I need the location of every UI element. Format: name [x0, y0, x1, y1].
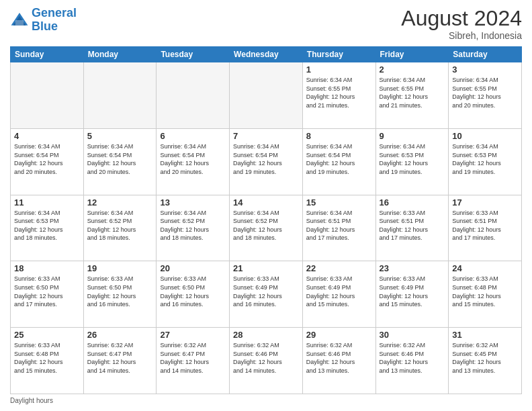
calendar-cell: 5Sunrise: 6:34 AM Sunset: 6:54 PM Daylig… — [83, 128, 157, 195]
cell-info: Sunrise: 6:34 AM Sunset: 6:54 PM Dayligh… — [306, 142, 372, 176]
day-number: 12 — [87, 197, 153, 208]
calendar-week-row: 18Sunrise: 6:33 AM Sunset: 6:50 PM Dayli… — [11, 261, 522, 328]
page: General Blue August 2024 Sibreh, Indones… — [0, 0, 532, 411]
calendar-cell: 3Sunrise: 6:34 AM Sunset: 6:55 PM Daylig… — [449, 62, 522, 129]
calendar-cell: 16Sunrise: 6:33 AM Sunset: 6:51 PM Dayli… — [375, 195, 449, 261]
cell-info: Sunrise: 6:34 AM Sunset: 6:51 PM Dayligh… — [306, 209, 372, 242]
cell-info: Sunrise: 6:34 AM Sunset: 6:55 PM Dayligh… — [306, 76, 372, 109]
calendar-weekday-wednesday: Wednesday — [230, 47, 303, 62]
day-number: 16 — [380, 197, 445, 208]
cell-info: Sunrise: 6:32 AM Sunset: 6:47 PM Dayligh… — [87, 341, 153, 375]
day-number: 22 — [306, 263, 372, 273]
cell-info: Sunrise: 6:33 AM Sunset: 6:48 PM Dayligh… — [452, 275, 518, 308]
day-number: 10 — [452, 131, 518, 141]
day-number: 17 — [452, 197, 518, 208]
calendar-cell: 18Sunrise: 6:33 AM Sunset: 6:50 PM Dayli… — [11, 261, 84, 328]
calendar-week-row: 1Sunrise: 6:34 AM Sunset: 6:55 PM Daylig… — [11, 62, 522, 129]
day-number: 20 — [160, 263, 226, 273]
month-year: August 2024 — [401, 7, 522, 30]
day-number: 1 — [306, 64, 372, 75]
daylight-hours-label: Daylight hours — [10, 397, 53, 404]
day-number: 3 — [452, 64, 518, 75]
cell-info: Sunrise: 6:33 AM Sunset: 6:50 PM Dayligh… — [160, 275, 226, 308]
calendar-cell: 2Sunrise: 6:34 AM Sunset: 6:55 PM Daylig… — [375, 62, 449, 129]
day-number: 11 — [14, 197, 80, 208]
calendar-cell: 6Sunrise: 6:34 AM Sunset: 6:54 PM Daylig… — [157, 128, 230, 195]
calendar-cell — [83, 62, 157, 129]
cell-info: Sunrise: 6:32 AM Sunset: 6:46 PM Dayligh… — [380, 341, 445, 375]
logo-line1: General — [32, 6, 77, 19]
cell-info: Sunrise: 6:33 AM Sunset: 6:50 PM Dayligh… — [87, 275, 153, 308]
day-number: 24 — [452, 263, 518, 273]
calendar-cell: 30Sunrise: 6:32 AM Sunset: 6:46 PM Dayli… — [375, 328, 449, 394]
day-number: 13 — [160, 197, 226, 208]
calendar-table: SundayMondayTuesdayWednesdayThursdayFrid… — [10, 46, 522, 394]
calendar-weekday-saturday: Saturday — [449, 47, 522, 62]
calendar-weekday-sunday: Sunday — [11, 47, 84, 62]
day-number: 2 — [380, 64, 445, 75]
calendar-cell: 14Sunrise: 6:34 AM Sunset: 6:52 PM Dayli… — [230, 195, 303, 261]
cell-info: Sunrise: 6:34 AM Sunset: 6:54 PM Dayligh… — [14, 142, 80, 176]
cell-info: Sunrise: 6:34 AM Sunset: 6:52 PM Dayligh… — [233, 209, 299, 242]
calendar-cell: 7Sunrise: 6:34 AM Sunset: 6:54 PM Daylig… — [230, 128, 303, 195]
calendar-cell: 19Sunrise: 6:33 AM Sunset: 6:50 PM Dayli… — [83, 261, 157, 328]
calendar-cell: 4Sunrise: 6:34 AM Sunset: 6:54 PM Daylig… — [11, 128, 84, 195]
cell-info: Sunrise: 6:34 AM Sunset: 6:52 PM Dayligh… — [87, 209, 153, 242]
day-number: 29 — [306, 330, 372, 340]
day-number: 9 — [380, 131, 445, 141]
cell-info: Sunrise: 6:34 AM Sunset: 6:54 PM Dayligh… — [87, 142, 153, 176]
calendar-cell: 12Sunrise: 6:34 AM Sunset: 6:52 PM Dayli… — [83, 195, 157, 261]
title-block: August 2024 Sibreh, Indonesia — [401, 7, 522, 41]
calendar-week-row: 25Sunrise: 6:33 AM Sunset: 6:48 PM Dayli… — [11, 328, 522, 394]
cell-info: Sunrise: 6:32 AM Sunset: 6:46 PM Dayligh… — [306, 341, 372, 375]
day-number: 23 — [380, 263, 445, 273]
calendar-week-row: 11Sunrise: 6:34 AM Sunset: 6:53 PM Dayli… — [11, 195, 522, 261]
calendar-cell: 23Sunrise: 6:33 AM Sunset: 6:49 PM Dayli… — [375, 261, 449, 328]
calendar-header-row: SundayMondayTuesdayWednesdayThursdayFrid… — [11, 47, 522, 62]
calendar-cell: 27Sunrise: 6:32 AM Sunset: 6:47 PM Dayli… — [157, 328, 230, 394]
cell-info: Sunrise: 6:32 AM Sunset: 6:46 PM Dayligh… — [233, 341, 299, 375]
day-number: 8 — [306, 131, 372, 141]
cell-info: Sunrise: 6:34 AM Sunset: 6:53 PM Dayligh… — [14, 209, 80, 242]
day-number: 30 — [380, 330, 445, 340]
day-number: 6 — [160, 131, 226, 141]
calendar-cell: 21Sunrise: 6:33 AM Sunset: 6:49 PM Dayli… — [230, 261, 303, 328]
calendar-cell: 11Sunrise: 6:34 AM Sunset: 6:53 PM Dayli… — [11, 195, 84, 261]
calendar-cell: 20Sunrise: 6:33 AM Sunset: 6:50 PM Dayli… — [157, 261, 230, 328]
cell-info: Sunrise: 6:33 AM Sunset: 6:48 PM Dayligh… — [14, 341, 80, 375]
location: Sibreh, Indonesia — [401, 30, 522, 41]
day-number: 19 — [87, 263, 153, 273]
calendar-weekday-monday: Monday — [83, 47, 157, 62]
calendar-weekday-thursday: Thursday — [302, 47, 375, 62]
day-number: 4 — [14, 131, 80, 141]
calendar-cell: 31Sunrise: 6:32 AM Sunset: 6:45 PM Dayli… — [449, 328, 522, 394]
calendar-cell: 10Sunrise: 6:34 AM Sunset: 6:53 PM Dayli… — [449, 128, 522, 195]
day-number: 31 — [452, 330, 518, 340]
logo: General Blue — [10, 7, 77, 34]
calendar-cell: 29Sunrise: 6:32 AM Sunset: 6:46 PM Dayli… — [302, 328, 375, 394]
cell-info: Sunrise: 6:34 AM Sunset: 6:55 PM Dayligh… — [452, 76, 518, 109]
cell-info: Sunrise: 6:33 AM Sunset: 6:49 PM Dayligh… — [233, 275, 299, 308]
cell-info: Sunrise: 6:34 AM Sunset: 6:55 PM Dayligh… — [380, 76, 445, 109]
calendar-cell: 22Sunrise: 6:33 AM Sunset: 6:49 PM Dayli… — [302, 261, 375, 328]
day-number: 21 — [233, 263, 299, 273]
cell-info: Sunrise: 6:34 AM Sunset: 6:53 PM Dayligh… — [380, 142, 445, 176]
calendar-week-row: 4Sunrise: 6:34 AM Sunset: 6:54 PM Daylig… — [11, 128, 522, 195]
cell-info: Sunrise: 6:32 AM Sunset: 6:45 PM Dayligh… — [452, 341, 518, 375]
day-number: 28 — [233, 330, 299, 340]
calendar-cell: 9Sunrise: 6:34 AM Sunset: 6:53 PM Daylig… — [375, 128, 449, 195]
day-number: 18 — [14, 263, 80, 273]
cell-info: Sunrise: 6:33 AM Sunset: 6:49 PM Dayligh… — [306, 275, 372, 308]
calendar-cell — [157, 62, 230, 129]
calendar-cell: 24Sunrise: 6:33 AM Sunset: 6:48 PM Dayli… — [449, 261, 522, 328]
day-number: 15 — [306, 197, 372, 208]
day-number: 7 — [233, 131, 299, 141]
calendar-cell: 17Sunrise: 6:33 AM Sunset: 6:51 PM Dayli… — [449, 195, 522, 261]
calendar-cell: 1Sunrise: 6:34 AM Sunset: 6:55 PM Daylig… — [302, 62, 375, 129]
calendar-cell: 8Sunrise: 6:34 AM Sunset: 6:54 PM Daylig… — [302, 128, 375, 195]
calendar-cell — [11, 62, 84, 129]
day-number: 27 — [160, 330, 226, 340]
cell-info: Sunrise: 6:34 AM Sunset: 6:54 PM Dayligh… — [233, 142, 299, 176]
calendar-cell: 26Sunrise: 6:32 AM Sunset: 6:47 PM Dayli… — [83, 328, 157, 394]
calendar-cell: 28Sunrise: 6:32 AM Sunset: 6:46 PM Dayli… — [230, 328, 303, 394]
